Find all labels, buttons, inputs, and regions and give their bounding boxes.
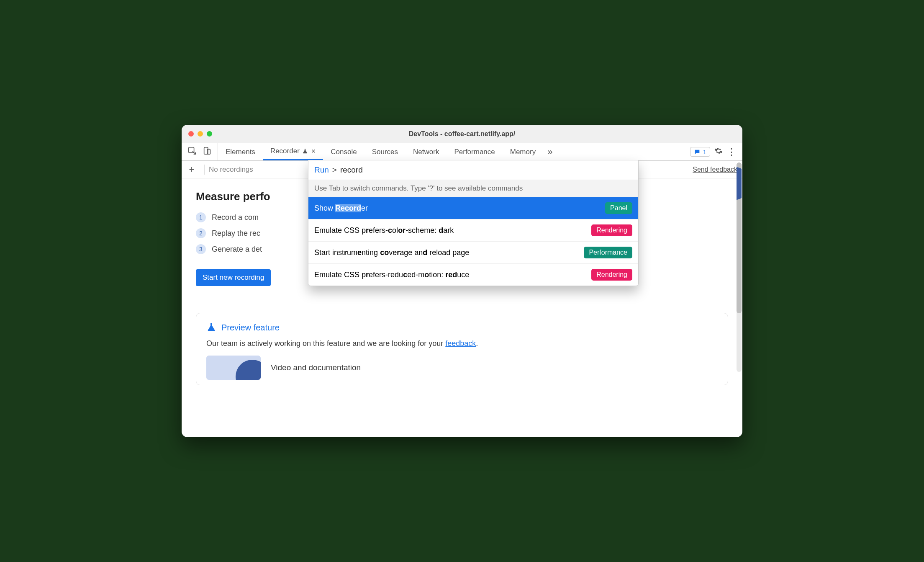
command-item-label: Show Recorder <box>314 204 368 213</box>
titlebar: DevTools - coffee-cart.netlify.app/ <box>182 125 742 143</box>
window-controls <box>182 131 212 137</box>
chat-icon <box>694 149 701 155</box>
tab-sources[interactable]: Sources <box>364 143 406 160</box>
settings-icon[interactable] <box>714 147 723 157</box>
command-query: record <box>340 165 363 175</box>
command-search-row[interactable]: Run >record <box>308 160 638 180</box>
zoom-window-icon[interactable] <box>207 131 212 137</box>
command-item-1[interactable]: Emulate CSS prefers-color-scheme: darkRe… <box>308 219 638 242</box>
command-prompt-prefix: > <box>332 165 337 175</box>
inspect-tools <box>182 143 218 160</box>
command-item-badge: Panel <box>605 202 632 214</box>
command-item-2[interactable]: Start instrumenting coverage and reload … <box>308 242 638 264</box>
device-toolbar-icon[interactable] <box>203 146 212 157</box>
close-window-icon[interactable] <box>188 131 194 137</box>
add-recording-icon[interactable]: + <box>187 164 197 175</box>
command-menu: Run >record Use Tab to switch commands. … <box>308 160 639 286</box>
command-item-label: Emulate CSS prefers-reduced-motion: redu… <box>314 271 469 279</box>
video-thumbnail[interactable] <box>206 356 261 380</box>
media-row: Video and documentation <box>206 356 718 380</box>
command-run-label: Run <box>314 165 329 175</box>
preview-title: Preview feature <box>221 323 280 333</box>
preview-feature-card: Preview feature Our team is actively wor… <box>196 313 728 385</box>
tab-memory[interactable]: Memory <box>503 143 543 160</box>
start-recording-button[interactable]: Start new recording <box>196 269 271 286</box>
minimize-window-icon[interactable] <box>198 131 203 137</box>
command-item-label: Start instrumenting coverage and reload … <box>314 248 469 257</box>
no-recordings-label: No recordings <box>209 165 253 174</box>
media-title: Video and documentation <box>271 363 361 372</box>
flask-icon <box>302 148 308 154</box>
tab-network[interactable]: Network <box>406 143 447 160</box>
tab-close-icon[interactable]: × <box>311 147 316 155</box>
divider <box>204 165 205 175</box>
tab-performance[interactable]: Performance <box>447 143 502 160</box>
window-title: DevTools - coffee-cart.netlify.app/ <box>182 130 742 138</box>
command-item-3[interactable]: Emulate CSS prefers-reduced-motion: redu… <box>308 264 638 286</box>
tabstrip: Elements Recorder × Console Sources Netw… <box>182 143 742 161</box>
command-item-badge: Performance <box>584 247 632 258</box>
flask-icon <box>206 322 216 333</box>
preview-body: Our team is actively working on this fea… <box>206 339 718 348</box>
command-item-label: Emulate CSS prefers-color-scheme: dark <box>314 226 454 235</box>
tab-elements[interactable]: Elements <box>218 143 263 160</box>
tab-console[interactable]: Console <box>323 143 364 160</box>
tabs-overflow-icon[interactable]: » <box>543 143 557 160</box>
devtools-window: DevTools - coffee-cart.netlify.app/ Elem… <box>182 125 742 437</box>
command-item-badge: Rendering <box>591 269 632 281</box>
issues-count: 1 <box>703 148 706 155</box>
issues-button[interactable]: 1 <box>690 147 710 157</box>
more-icon[interactable]: ⋮ <box>727 147 737 157</box>
panel-tabs: Elements Recorder × Console Sources Netw… <box>218 143 543 160</box>
inspect-element-icon[interactable] <box>187 146 197 157</box>
toolbar-right: 1 ⋮ <box>690 143 742 160</box>
send-feedback-link[interactable]: Send feedback <box>693 166 737 173</box>
scrollbar[interactable] <box>737 162 742 372</box>
feedback-link[interactable]: feedback <box>445 339 476 348</box>
command-item-0[interactable]: Show RecorderPanel <box>308 197 638 219</box>
command-hint: Use Tab to switch commands. Type '?' to … <box>308 180 638 197</box>
tab-recorder[interactable]: Recorder × <box>263 143 323 160</box>
preview-header: Preview feature <box>206 322 718 333</box>
command-item-badge: Rendering <box>591 224 632 236</box>
